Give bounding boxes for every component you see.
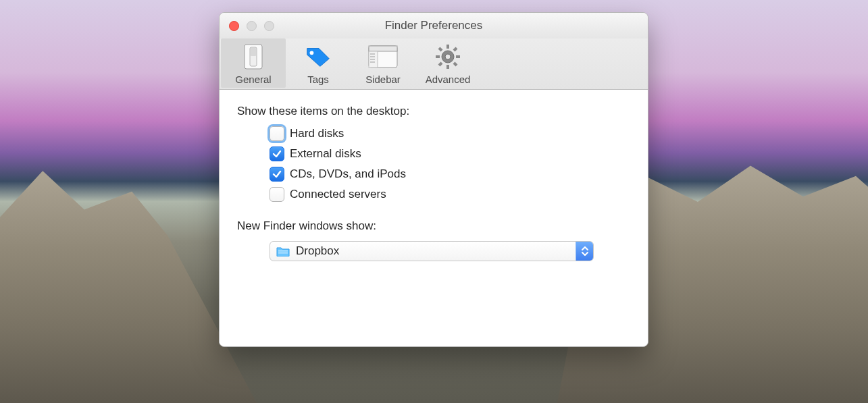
desktop-items-checklist: Hard disks External disks CDs, DVDs, and… — [270, 126, 630, 202]
checkbox-row-connected-servers[interactable]: Connected servers — [270, 187, 630, 202]
checkbox-hard-disks[interactable] — [270, 126, 284, 141]
checkbox-row-hard-disks[interactable]: Hard disks — [270, 126, 630, 141]
svg-line-16 — [439, 48, 442, 51]
checkbox-cds-dvds-ipods[interactable] — [270, 167, 284, 182]
svg-rect-5 — [369, 46, 397, 51]
gear-icon — [433, 43, 463, 71]
select-arrows-icon — [576, 242, 593, 261]
tab-advanced-label: Advanced — [426, 74, 471, 88]
new-finder-window-value: Dropbox — [296, 244, 576, 258]
checkbox-label-connected-servers: Connected servers — [290, 188, 386, 201]
switch-icon — [238, 43, 268, 71]
finder-preferences-window: Finder Preferences General — [219, 12, 648, 347]
svg-point-20 — [445, 54, 451, 59]
tab-sidebar[interactable]: Sidebar — [351, 38, 415, 88]
new-finder-window-select[interactable]: Dropbox — [270, 241, 594, 261]
tag-icon — [303, 43, 333, 71]
svg-rect-2 — [251, 48, 256, 56]
new-window-heading: New Finder windows show: — [237, 219, 630, 233]
maximize-button[interactable] — [264, 21, 274, 31]
wallpaper-mountain-left — [0, 145, 257, 403]
svg-point-3 — [310, 51, 314, 55]
titlebar[interactable]: Finder Preferences — [220, 13, 648, 38]
window-title: Finder Preferences — [220, 19, 648, 32]
checkbox-label-hard-disks: Hard disks — [290, 127, 344, 140]
tab-general-label: General — [235, 74, 271, 88]
minimize-button[interactable] — [247, 21, 257, 31]
svg-rect-21 — [278, 250, 288, 252]
tab-tags[interactable]: Tags — [286, 38, 351, 88]
general-pane: Show these items on the desktop: Hard di… — [220, 90, 648, 346]
svg-rect-22 — [278, 252, 288, 254]
traffic-lights — [229, 21, 274, 31]
checkbox-row-cds-dvds-ipods[interactable]: CDs, DVDs, and iPods — [270, 167, 630, 182]
tab-general[interactable]: General — [221, 38, 286, 88]
tab-sidebar-label: Sidebar — [365, 74, 401, 88]
desktop-wallpaper: Finder Preferences General — [0, 0, 868, 403]
checkbox-row-external-disks[interactable]: External disks — [270, 146, 630, 161]
svg-line-18 — [454, 48, 457, 51]
tab-tags-label: Tags — [307, 74, 329, 88]
preferences-toolbar: General Tags — [220, 38, 648, 90]
svg-line-19 — [439, 63, 442, 65]
tab-advanced[interactable]: Advanced — [415, 38, 480, 88]
desktop-items-heading: Show these items on the desktop: — [237, 105, 630, 118]
checkbox-external-disks[interactable] — [270, 146, 284, 161]
checkbox-label-external-disks: External disks — [290, 147, 361, 161]
checkbox-connected-servers[interactable] — [270, 187, 284, 202]
svg-line-17 — [454, 63, 457, 65]
folder-icon — [276, 245, 290, 257]
sidebar-icon — [368, 43, 398, 71]
checkbox-label-cds-dvds-ipods: CDs, DVDs, and iPods — [290, 167, 406, 181]
close-button[interactable] — [229, 21, 239, 31]
